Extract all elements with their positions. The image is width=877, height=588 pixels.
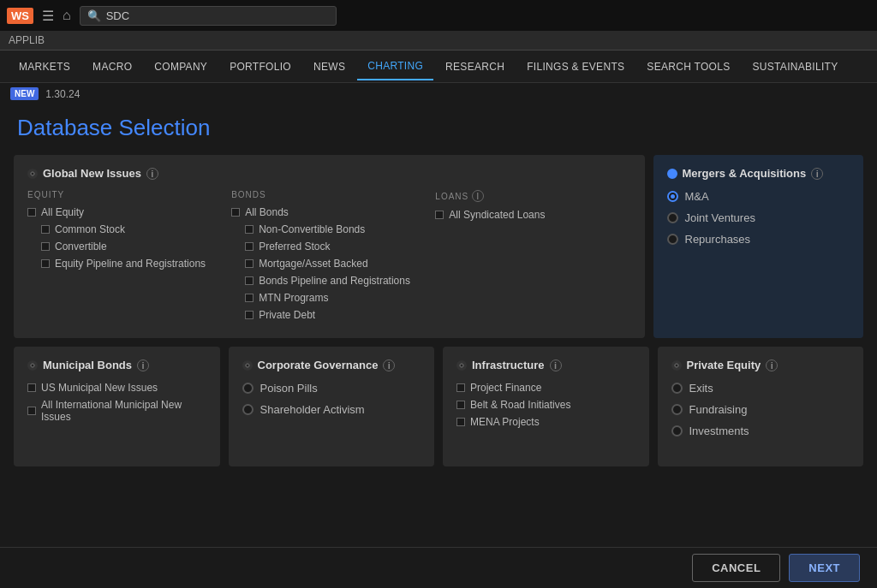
equity-pipeline-checkbox[interactable] [41, 259, 50, 268]
mergers-repurchases[interactable]: Repurchases [667, 233, 850, 246]
nav-sustainability[interactable]: SUSTAINABILITY [743, 54, 849, 80]
bonds-non-convertible[interactable]: Non-Convertible Bonds [231, 223, 427, 235]
bonds-pipeline[interactable]: Bonds Pipeline and Registrations [231, 275, 427, 287]
bonds-header: BONDS [231, 190, 427, 199]
corporate-shareholder[interactable]: Shareholder Activism [242, 403, 421, 416]
mergers-card: Mergers & Acquisitions i M&A Joint Ventu… [653, 155, 864, 338]
bonds-mtn[interactable]: MTN Programs [231, 292, 427, 304]
nav-charting[interactable]: CHARTING [357, 53, 433, 80]
nav-portfolio[interactable]: PORTFOLIO [219, 54, 301, 80]
us-municipal-checkbox[interactable] [27, 383, 36, 392]
equity-all-equity[interactable]: All Equity [27, 206, 223, 218]
bonds-mortgage[interactable]: Mortgage/Asset Backed [231, 258, 427, 270]
pe-investments[interactable]: Investments [671, 425, 850, 437]
cancel-button[interactable]: CANCEL [692, 554, 780, 582]
corporate-governance-title: Corporate Governance i [242, 359, 421, 371]
infrastructure-title: Infrastructure i [456, 359, 635, 371]
mergers-ma-option[interactable]: M&A [667, 190, 850, 203]
nav-filings[interactable]: FILINGS & EVENTS [516, 54, 635, 80]
investments-radio[interactable] [671, 425, 683, 437]
private-debt-checkbox[interactable] [245, 311, 254, 319]
bonds-all[interactable]: All Bonds [231, 206, 427, 218]
private-equity-title: Private Equity i [671, 359, 850, 371]
infra-belt-road[interactable]: Belt & Road Initiatives [456, 399, 635, 411]
infrastructure-radio[interactable] [456, 360, 467, 371]
global-new-issues-card: Global New Issues i EQUITY All Equity Co… [14, 155, 645, 338]
corporate-info-icon[interactable]: i [383, 359, 395, 371]
nav-search-tools[interactable]: SEARCH TOOLS [636, 54, 740, 80]
corporate-governance-card: Corporate Governance i Poison Pills Shar… [229, 347, 435, 466]
equity-pipeline[interactable]: Equity Pipeline and Registrations [27, 258, 223, 270]
bonds-pipeline-checkbox[interactable] [245, 276, 254, 285]
convertible-checkbox[interactable] [41, 242, 50, 251]
municipal-us[interactable]: US Municipal New Issues [27, 382, 206, 394]
repurchases-radio-circle[interactable] [667, 234, 678, 245]
mena-checkbox[interactable] [456, 418, 465, 426]
intl-municipal-checkbox[interactable] [27, 407, 36, 415]
corporate-poison-pills[interactable]: Poison Pills [242, 382, 421, 395]
fundraising-radio[interactable] [671, 404, 683, 415]
private-equity-info-icon[interactable]: i [766, 359, 778, 371]
equity-column: EQUITY All Equity Common Stock Convertib… [27, 190, 223, 326]
private-equity-card: Private Equity i Exits Fundraising Inves… [658, 347, 864, 466]
search-bar: 🔍 [80, 6, 337, 26]
all-bonds-checkbox[interactable] [231, 208, 240, 217]
municipal-intl[interactable]: All International Municipal New Issues [27, 399, 206, 423]
loans-header: LOANS i [435, 190, 630, 202]
mergers-joint-ventures[interactable]: Joint Ventures [667, 211, 850, 224]
belt-road-checkbox[interactable] [456, 401, 465, 409]
hamburger-icon[interactable]: ☰ [42, 8, 54, 24]
infra-mena[interactable]: MENA Projects [456, 416, 635, 428]
private-equity-radio[interactable] [671, 360, 682, 371]
nav-markets[interactable]: MARKETS [9, 54, 81, 80]
equity-convertible[interactable]: Convertible [27, 241, 223, 252]
ma-radio-circle[interactable] [667, 191, 678, 202]
mergers-radio[interactable] [667, 169, 677, 179]
search-icon: 🔍 [87, 9, 101, 22]
common-stock-checkbox[interactable] [41, 225, 50, 234]
loans-info-icon[interactable]: i [472, 190, 484, 202]
mortgage-checkbox[interactable] [245, 259, 254, 268]
top-bar: WS ☰ ⌂ 🔍 [0, 0, 877, 31]
infra-project-finance[interactable]: Project Finance [456, 382, 635, 394]
version-bar: NEW 1.30.24 [0, 83, 877, 104]
new-badge: NEW [10, 87, 39, 100]
next-button[interactable]: NEXT [789, 554, 860, 582]
project-finance-checkbox[interactable] [456, 383, 465, 392]
municipal-info-icon[interactable]: i [137, 359, 149, 371]
joint-ventures-radio-circle[interactable] [667, 212, 678, 223]
global-info-icon[interactable]: i [146, 168, 158, 180]
non-convertible-checkbox[interactable] [245, 225, 254, 234]
nav-macro[interactable]: MACRO [82, 54, 142, 80]
infrastructure-card: Infrastructure i Project Finance Belt & … [443, 347, 649, 466]
municipal-radio[interactable] [27, 360, 38, 371]
pe-fundraising[interactable]: Fundraising [671, 403, 850, 416]
corporate-radio[interactable] [242, 360, 253, 371]
footer: CANCEL NEXT [0, 547, 877, 588]
pe-exits[interactable]: Exits [671, 382, 850, 395]
global-radio[interactable] [27, 169, 38, 179]
bonds-private-debt[interactable]: Private Debt [231, 309, 427, 321]
mtn-checkbox[interactable] [245, 294, 254, 302]
all-equity-checkbox[interactable] [27, 208, 36, 217]
applib-bar: APPLIB [0, 31, 877, 50]
page-title: Database Selection [0, 104, 877, 155]
home-icon[interactable]: ⌂ [63, 8, 71, 23]
nav-research[interactable]: RESEARCH [435, 54, 515, 80]
exits-radio[interactable] [671, 383, 683, 394]
nav-company[interactable]: COMPANY [144, 54, 218, 80]
equity-common-stock[interactable]: Common Stock [27, 223, 223, 235]
bonds-preferred[interactable]: Preferred Stock [231, 241, 427, 252]
preferred-stock-checkbox[interactable] [245, 242, 254, 251]
ws-logo: WS [7, 8, 33, 24]
search-input[interactable] [106, 9, 329, 22]
nav-news[interactable]: NEWS [303, 54, 355, 80]
mergers-info-icon[interactable]: i [811, 168, 823, 180]
poison-pills-radio[interactable] [242, 383, 254, 394]
infrastructure-info-icon[interactable]: i [550, 359, 562, 371]
applib-label: APPLIB [9, 34, 45, 46]
loans-all[interactable]: All Syndicated Loans [435, 209, 630, 221]
shareholder-activism-radio[interactable] [242, 404, 254, 415]
all-loans-checkbox[interactable] [435, 211, 444, 219]
bottom-row: Municipal Bonds i US Municipal New Issue… [14, 347, 863, 466]
